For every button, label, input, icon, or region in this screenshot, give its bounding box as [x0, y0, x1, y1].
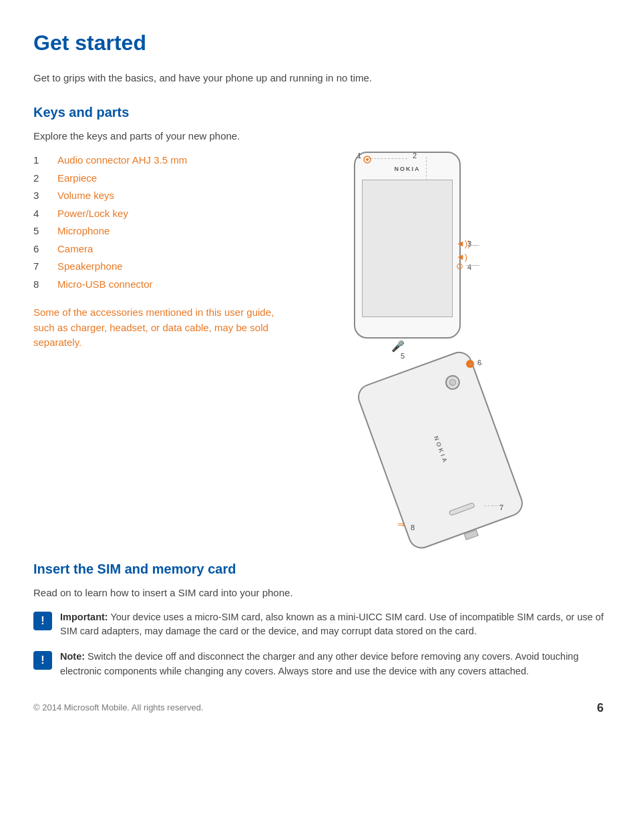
diagram-label-2: 2 — [413, 150, 417, 162]
part-number: 1 — [33, 152, 57, 170]
part-number: 3 — [33, 187, 57, 205]
parts-table-row: 2Earpiece — [33, 170, 187, 188]
parts-table-row: 3Volume keys — [33, 187, 187, 205]
parts-table-row: 6Camera — [33, 240, 187, 258]
part-number: 6 — [33, 240, 57, 258]
nokia-back-label: NOKIA — [431, 435, 450, 465]
dashed-line-7 — [484, 505, 501, 506]
parts-table-row: 5Microphone — [33, 222, 187, 240]
part-number: 4 — [33, 205, 57, 223]
intro-text: Get to grips with the basics, and have y… — [33, 71, 604, 86]
power-icon: ⊙ — [456, 260, 463, 273]
diagram-label-4: 4 — [467, 262, 471, 273]
dashed-line-2 — [426, 157, 427, 180]
important-body: Your device uses a micro-SIM card, also … — [60, 612, 604, 637]
usb-port — [464, 530, 479, 540]
camera-circle — [443, 373, 462, 392]
parts-table-row: 7Speakerphone — [33, 258, 187, 276]
sim-intro: Read on to learn how to insert a SIM car… — [33, 586, 604, 601]
important-text: Important: Your device uses a micro-SIM … — [60, 610, 604, 640]
part-number: 2 — [33, 170, 57, 188]
copyright: © 2014 Microsoft Mobile. All rights rese… — [33, 701, 204, 714]
usb-icon: ⇒ — [397, 517, 405, 532]
phone-diagram: NOKIA 1 2 ◄)) ◄) 3 ⊙ 4 🎤 5 — [314, 152, 568, 539]
part-number: 7 — [33, 258, 57, 276]
page-title: Get started — [33, 27, 604, 59]
parts-table-row: 4Power/Lock key — [33, 205, 187, 223]
sim-section: Insert the SIM and memory card Read on t… — [33, 559, 604, 679]
speaker-grill — [448, 502, 475, 516]
camera-lens — [449, 378, 457, 387]
line-4 — [466, 265, 479, 266]
sim-heading: Insert the SIM and memory card — [33, 559, 604, 579]
diagram-label-3: 3 — [467, 238, 471, 250]
parts-list: 1Audio connector AHJ 3.5 mm2Earpiece3Vol… — [33, 152, 300, 351]
note-notice: ! Note: Switch the device off and discon… — [33, 650, 604, 679]
content-area: 1Audio connector AHJ 3.5 mm2Earpiece3Vol… — [33, 152, 604, 539]
part-label: Micro-USB connector — [57, 276, 187, 294]
part-number: 8 — [33, 276, 57, 294]
footer: © 2014 Microsoft Mobile. All rights rese… — [33, 699, 604, 717]
audio-jack-icon — [363, 154, 372, 169]
part-label: Camera — [57, 240, 187, 258]
important-label: Important: — [60, 612, 108, 622]
keys-and-parts-heading: Keys and parts — [33, 102, 604, 122]
phone-back-view: NOKIA — [354, 339, 554, 559]
nokia-label: NOKIA — [395, 165, 421, 174]
diagram-label-6: 6 — [477, 357, 481, 369]
note-icon: ! — [33, 651, 52, 670]
phone-back-body: NOKIA — [354, 348, 526, 552]
part-label: Microphone — [57, 222, 187, 240]
diagram-label-8: 8 — [411, 522, 415, 534]
note-body: Switch the device off and disconnect the… — [60, 651, 578, 676]
diagram-label-7: 7 — [499, 502, 503, 513]
part-label: Audio connector AHJ 3.5 mm — [57, 152, 187, 170]
note-text: Note: Switch the device off and disconne… — [60, 650, 604, 679]
important-icon: ! — [33, 612, 52, 630]
note-label: Note: — [60, 651, 85, 662]
important-notice: ! Important: Your device uses a micro-SI… — [33, 610, 604, 640]
part-label: Power/Lock key — [57, 205, 187, 223]
line-3 — [466, 245, 479, 246]
page-number: 6 — [597, 699, 604, 717]
parts-table: 1Audio connector AHJ 3.5 mm2Earpiece3Vol… — [33, 152, 187, 293]
phone-body: NOKIA — [354, 152, 461, 339]
parts-table-row: 8Micro-USB connector — [33, 276, 187, 294]
parts-table-row: 1Audio connector AHJ 3.5 mm — [33, 152, 187, 170]
dashed-line-1 — [367, 158, 407, 159]
diagram-label-5: 5 — [401, 351, 405, 362]
keys-sub-intro: Explore the keys and parts of your new p… — [33, 129, 604, 144]
part-number: 5 — [33, 222, 57, 240]
part-label: Earpiece — [57, 170, 187, 188]
phone-front-view: NOKIA — [354, 152, 461, 339]
accessories-note: Some of the accessories mentioned in thi… — [33, 305, 280, 351]
part-label: Speakerphone — [57, 258, 187, 276]
dashed-line-6 — [469, 364, 483, 365]
diagram-label-1: 1 — [357, 150, 361, 162]
phone-screen — [362, 180, 453, 317]
part-label: Volume keys — [57, 187, 187, 205]
